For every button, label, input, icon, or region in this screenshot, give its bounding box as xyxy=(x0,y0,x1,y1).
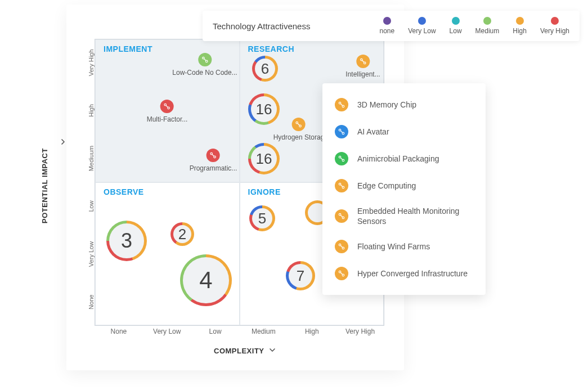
legend-swatch xyxy=(483,17,491,25)
popup-item[interactable]: Hyper Converged Infrastructure xyxy=(322,260,486,287)
legend-bar: Technology Attractiveness none Very Low … xyxy=(203,11,580,41)
cluster-popup: 3D Memory Chip AI Avatar Animicrobial Pa… xyxy=(322,83,486,295)
legend-swatch xyxy=(551,17,559,25)
popup-item-label: Edge Computing xyxy=(357,181,416,191)
legend-item[interactable]: Very Low xyxy=(408,17,436,35)
tech-node-label: Multi-Factor... xyxy=(147,115,188,123)
tech-node-hydrogen[interactable]: Hydrogen Storag xyxy=(273,118,325,141)
tech-node-icon xyxy=(198,53,212,66)
cluster-bubble[interactable]: 16 xyxy=(248,93,280,125)
popup-item[interactable]: Edge Computing xyxy=(322,172,486,199)
x-axis-chevron-icon xyxy=(268,346,277,356)
legend-item[interactable]: Very High xyxy=(540,17,569,35)
legend-title: Technology Attractiveness xyxy=(213,21,310,31)
legend-swatch xyxy=(452,17,460,25)
legend-items: none Very Low Low Medium High Very High xyxy=(380,17,569,35)
quadrant-title: OBSERVE xyxy=(104,187,144,196)
popup-item-icon xyxy=(335,98,348,111)
cluster-bubble[interactable]: 3 xyxy=(106,221,147,261)
legend-label: High xyxy=(513,27,527,35)
popup-item-icon xyxy=(335,240,348,253)
tech-node-icon xyxy=(160,100,174,113)
tech-node-icon xyxy=(207,149,220,162)
popup-item-icon xyxy=(335,179,348,192)
x-tick: Very Low xyxy=(143,328,191,335)
legend-swatch xyxy=(383,17,391,25)
popup-item[interactable]: Embedded Health Monitoring Sensors xyxy=(322,199,486,233)
cluster-count: 6 xyxy=(261,60,269,78)
x-axis-label-text: COMPLEXITY xyxy=(214,347,264,355)
legend-item[interactable]: High xyxy=(513,17,527,35)
tech-node-label: Low-Code No Code... xyxy=(172,69,237,77)
x-tick: Medium xyxy=(239,328,288,335)
tech-node-icon xyxy=(356,55,370,68)
cluster-bubble[interactable]: 7 xyxy=(286,261,315,290)
quadrant-title: IGNORE xyxy=(248,187,281,196)
legend-label: Low xyxy=(450,27,462,35)
y-axis-title: POTENTIAL IMPACT xyxy=(41,148,49,223)
popup-item-icon xyxy=(335,209,348,223)
popup-item[interactable]: Animicrobial Packaging xyxy=(322,145,486,172)
tech-node-programmatic[interactable]: Programmatic... xyxy=(190,149,237,172)
cluster-bubble[interactable]: 16 xyxy=(248,143,280,174)
tech-node-intelligent[interactable]: Intelligent... xyxy=(345,55,380,78)
tech-node-label: Hydrogen Storag xyxy=(273,133,325,141)
cluster-count: 16 xyxy=(256,101,272,118)
legend-label: none xyxy=(380,27,395,35)
tech-node-multi-factor[interactable]: Multi-Factor... xyxy=(147,100,188,123)
popup-item-label: Embedded Health Monitoring Sensors xyxy=(357,206,473,226)
cluster-count: 2 xyxy=(178,226,186,243)
cluster-count: 16 xyxy=(256,150,272,168)
popup-item-label: Hyper Converged Infrastructure xyxy=(357,268,468,279)
y-axis-chevron-icon[interactable] xyxy=(59,137,68,149)
legend-label: Very Low xyxy=(408,27,436,35)
cluster-bubble[interactable]: 6 xyxy=(252,56,278,82)
legend-item[interactable]: Medium xyxy=(475,17,500,35)
x-tick: Low xyxy=(191,328,240,335)
popup-item-label: Animicrobial Packaging xyxy=(357,154,439,164)
tech-node-label: Programmatic... xyxy=(190,164,237,172)
x-tick: Very High xyxy=(336,328,384,335)
popup-item-icon xyxy=(335,125,348,138)
popup-item[interactable]: 3D Memory Chip xyxy=(322,91,486,118)
x-axis-title[interactable]: COMPLEXITY xyxy=(214,346,277,356)
cluster-count: 3 xyxy=(121,229,132,253)
popup-item-label: AI Avatar xyxy=(357,127,389,137)
cluster-bubble[interactable]: 2 xyxy=(170,222,194,246)
popup-item[interactable]: Floating Wind Farms xyxy=(322,233,486,260)
cluster-bubble[interactable]: 4 xyxy=(180,254,232,306)
legend-label: Medium xyxy=(475,27,500,35)
popup-item-icon xyxy=(335,267,348,280)
x-tick: High xyxy=(288,328,336,335)
legend-item[interactable]: none xyxy=(380,17,395,35)
quadrant-title: RESEARCH xyxy=(248,44,295,53)
cluster-bubble[interactable]: 5 xyxy=(249,205,275,231)
legend-label: Very High xyxy=(540,27,569,35)
legend-item[interactable]: Low xyxy=(450,17,462,35)
tech-node-label: Intelligent... xyxy=(345,70,380,78)
cluster-count: 7 xyxy=(297,267,304,285)
popup-item-label: 3D Memory Chip xyxy=(357,100,416,110)
tech-node-low-code[interactable]: Low-Code No Code... xyxy=(172,53,237,77)
legend-swatch xyxy=(418,17,426,25)
popup-item[interactable]: AI Avatar xyxy=(322,118,486,145)
tech-node-icon xyxy=(292,118,306,131)
cluster-count: 5 xyxy=(258,210,266,227)
x-axis-ticks: None Very Low Low Medium High Very High xyxy=(95,328,384,335)
x-tick: None xyxy=(95,328,143,335)
popup-item-icon xyxy=(335,152,348,165)
popup-item-label: Floating Wind Farms xyxy=(357,241,430,252)
legend-swatch xyxy=(516,17,524,25)
cluster-count: 4 xyxy=(199,267,212,294)
quadrant-title: IMPLEMENT xyxy=(104,44,152,53)
